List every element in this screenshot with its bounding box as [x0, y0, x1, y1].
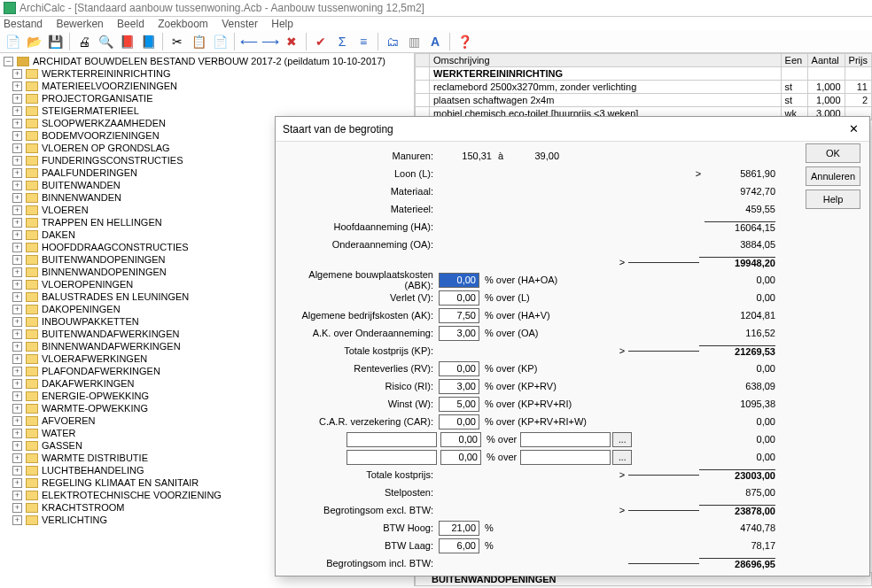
expand-icon[interactable]: + — [12, 342, 22, 352]
expand-icon[interactable]: + — [12, 94, 22, 104]
col-omschrijving[interactable]: Omschrijving — [430, 54, 782, 67]
save-icon[interactable]: 💾 — [46, 33, 64, 50]
expand-icon[interactable]: + — [12, 317, 22, 327]
menu-zoekboom[interactable]: Zoekboom — [158, 18, 208, 30]
grid-header-row[interactable]: WERKTERREININRICHTING — [416, 67, 872, 81]
copy-icon[interactable]: 📋 — [190, 33, 207, 50]
expand-icon[interactable]: + — [12, 106, 22, 116]
close-icon[interactable]: ✕ — [845, 122, 862, 135]
tree-item[interactable]: +PROJECTORGANISATIE — [2, 92, 412, 104]
expand-icon[interactable]: + — [12, 305, 22, 314]
col-aantal[interactable]: Aantal — [807, 54, 845, 67]
paste-icon[interactable]: 📄 — [211, 33, 229, 50]
gt-icon[interactable]: > — [616, 469, 628, 480]
menu-help[interactable]: Help — [271, 18, 293, 30]
open-icon[interactable]: 📂 — [25, 33, 43, 50]
inp-custom1-over[interactable] — [520, 432, 611, 447]
expand-icon[interactable]: + — [12, 193, 22, 203]
menu-venster[interactable]: Venster — [222, 18, 258, 30]
expand-icon[interactable]: + — [12, 292, 22, 302]
a-icon[interactable]: A — [426, 33, 444, 50]
expand-icon[interactable]: + — [12, 218, 22, 228]
inp-abk[interactable] — [439, 273, 479, 288]
print-icon[interactable]: 🖨 — [75, 33, 93, 50]
new-icon[interactable]: 📄 — [4, 33, 21, 50]
expand-icon[interactable]: + — [12, 354, 22, 364]
expand-icon[interactable]: + — [12, 280, 22, 290]
expand-icon[interactable]: + — [12, 168, 22, 178]
expand-icon[interactable]: + — [12, 453, 22, 463]
inp-custom1[interactable] — [440, 432, 481, 447]
inp-ak[interactable] — [439, 308, 479, 323]
inp-rv[interactable] — [439, 361, 479, 376]
tree-root[interactable]: − ARCHIDAT BOUWDELEN BESTAND VERBOUW 201… — [2, 55, 412, 67]
gt-icon[interactable]: > — [616, 257, 628, 267]
cancel-icon[interactable]: ✖ — [283, 33, 300, 50]
menu-beeld[interactable]: Beeld — [117, 18, 144, 30]
gt-icon[interactable]: > — [692, 168, 705, 179]
list-icon[interactable]: ≡ — [354, 33, 372, 50]
sum-icon[interactable]: Σ — [333, 33, 351, 50]
inp-btw-hoog[interactable] — [439, 521, 479, 536]
bars-icon[interactable]: ▥ — [405, 33, 423, 50]
preview-icon[interactable]: 🔍 — [97, 33, 114, 50]
expand-icon[interactable]: + — [12, 143, 22, 153]
expand-icon[interactable]: + — [12, 230, 22, 240]
expand-icon[interactable]: + — [12, 267, 22, 277]
help-icon[interactable]: ❓ — [455, 33, 473, 50]
expand-icon[interactable]: + — [12, 81, 22, 91]
tree-item[interactable]: +WERKTERREININRICHTING — [2, 67, 412, 80]
arrow-left-icon[interactable]: ⟵ — [240, 33, 258, 50]
expand-icon[interactable]: + — [12, 491, 22, 500]
inp-custom1-label[interactable] — [346, 432, 437, 447]
expand-icon[interactable]: + — [12, 243, 22, 252]
expand-icon[interactable]: + — [12, 255, 22, 265]
pdf-icon[interactable]: 📕 — [118, 33, 136, 50]
inp-verlet[interactable] — [439, 290, 479, 306]
col-prijs[interactable]: Prijs — [845, 54, 871, 67]
table-row[interactable]: reclamebord 2500x3270mm, zonder verlicht… — [416, 81, 872, 94]
check-icon[interactable]: ✔ — [312, 33, 330, 50]
inp-winst[interactable] — [439, 397, 479, 412]
expand-icon[interactable]: + — [12, 379, 22, 389]
expand-icon[interactable]: + — [12, 156, 22, 166]
expand-icon[interactable]: + — [12, 429, 22, 438]
expand-icon[interactable]: + — [12, 181, 22, 190]
arrow-right-icon[interactable]: ⟶ — [261, 33, 279, 50]
expand-icon[interactable]: + — [12, 69, 22, 79]
tree-item[interactable]: +STEIGERMATERIEEL — [2, 104, 412, 117]
inp-btw-laag[interactable] — [439, 538, 479, 553]
tree-icon[interactable]: 🗂 — [384, 33, 401, 50]
expand-icon[interactable]: + — [12, 119, 22, 128]
expand-icon[interactable]: + — [12, 131, 22, 141]
expand-icon[interactable]: + — [12, 367, 22, 376]
cut-icon[interactable]: ✂ — [168, 33, 186, 50]
col-een[interactable]: Een — [781, 54, 807, 67]
collapse-icon[interactable]: − — [4, 57, 13, 66]
word-icon[interactable]: 📘 — [139, 33, 157, 50]
expand-icon[interactable]: + — [12, 404, 22, 414]
browse1-button[interactable]: ... — [612, 432, 632, 447]
expand-icon[interactable]: + — [12, 416, 22, 426]
annuleren-button[interactable]: Annuleren — [806, 166, 860, 186]
inp-ri[interactable] — [439, 379, 479, 394]
gt-icon[interactable]: > — [616, 505, 628, 515]
expand-icon[interactable]: + — [12, 478, 22, 488]
table-row[interactable]: plaatsen schaftwagen 2x4mst1,0002 — [416, 94, 872, 107]
expand-icon[interactable]: + — [12, 329, 22, 339]
help-button[interactable]: Help — [806, 190, 860, 209]
inp-custom2[interactable] — [440, 450, 481, 465]
expand-icon[interactable]: + — [12, 441, 22, 451]
expand-icon[interactable]: + — [12, 466, 22, 476]
gt-icon[interactable]: > — [616, 345, 628, 356]
ok-button[interactable]: OK — [806, 143, 860, 163]
menu-bewerken[interactable]: Bewerken — [56, 18, 103, 30]
menu-bestand[interactable]: Bestand — [4, 18, 43, 30]
inp-ak-oa[interactable] — [439, 326, 479, 341]
inp-custom2-label[interactable] — [346, 450, 437, 465]
tree-item[interactable]: +MATERIEELVOORZIENINGEN — [2, 80, 412, 92]
expand-icon[interactable]: + — [12, 391, 22, 401]
inp-car[interactable] — [439, 414, 479, 429]
browse2-button[interactable]: ... — [612, 450, 632, 465]
inp-custom2-over[interactable] — [520, 450, 611, 465]
